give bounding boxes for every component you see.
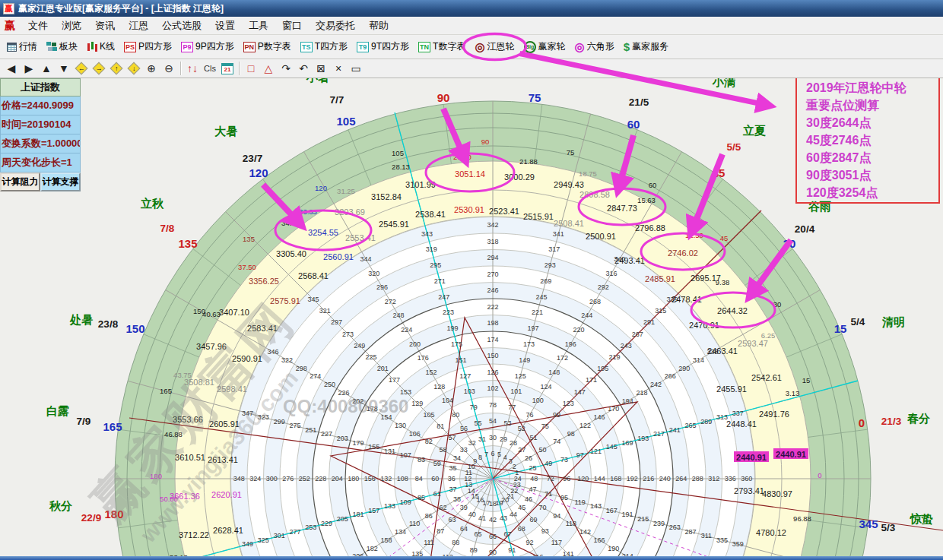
svg-text:49: 49 [545, 460, 552, 467]
svg-text:203: 203 [337, 435, 348, 442]
svg-text:45: 45 [713, 166, 726, 179]
price-scale-button[interactable]: ↑↓ [184, 61, 201, 77]
toolbar-item-winner-wheel[interactable]: Big赢家轮 [520, 37, 570, 56]
svg-text:15: 15 [834, 322, 847, 335]
svg-text:246: 246 [487, 286, 498, 294]
menu-item-news[interactable]: 资讯 [88, 17, 122, 34]
svg-text:249: 249 [354, 342, 365, 350]
p-square-icon: PS [124, 42, 136, 52]
toolbar-item-sectors[interactable]: 板块 [43, 37, 81, 56]
svg-text:287: 287 [685, 528, 697, 536]
svg-text:2455.91: 2455.91 [716, 384, 747, 394]
svg-text:324: 324 [249, 475, 261, 482]
svg-text:155: 155 [368, 443, 379, 451]
svg-text:97: 97 [576, 451, 584, 459]
svg-text:175: 175 [451, 340, 462, 348]
svg-text:223: 223 [443, 308, 454, 316]
svg-text:58: 58 [439, 446, 446, 454]
svg-text:39: 39 [460, 504, 468, 511]
svg-text:82: 82 [425, 438, 433, 445]
nav-back-button[interactable]: ◀ [3, 61, 20, 77]
svg-text:151: 151 [456, 356, 467, 364]
toolbar-item-t-square[interactable]: TST四方形 [297, 37, 351, 56]
menu-item-tools[interactable]: 工具 [242, 17, 275, 34]
svg-text:96.88: 96.88 [793, 514, 811, 523]
svg-text:69: 69 [530, 516, 538, 524]
svg-text:24: 24 [514, 475, 522, 482]
toolbar-item-p-square[interactable]: PSP四方形 [120, 37, 176, 56]
svg-text:3356.25: 3356.25 [249, 277, 279, 286]
svg-text:75: 75 [567, 148, 575, 157]
menu-item-browse[interactable]: 浏览 [55, 17, 88, 34]
svg-text:348: 348 [233, 475, 245, 482]
rect-tool-button[interactable]: □ [243, 61, 259, 77]
annotation-box: 2019年江恩轮中轮 重要点位测算 30度2644点 45度2746点 60度2… [795, 67, 940, 204]
delete-box-button[interactable]: ⊠ [313, 61, 329, 77]
toolbar-item-gann-wheel[interactable]: ◎江恩轮 [471, 37, 518, 56]
rotate-cw-button[interactable]: ↷ [278, 61, 294, 77]
toolbar-item-quotes[interactable]: 行情 [3, 37, 41, 56]
svg-text:128: 128 [433, 383, 445, 391]
calc-support-button[interactable]: 计算支撑 [40, 172, 81, 191]
svg-text:3: 3 [509, 457, 513, 465]
9p-square-icon: P9 [181, 42, 193, 52]
svg-text:2545.91: 2545.91 [379, 220, 409, 229]
toolbar-item-hexagon[interactable]: ◎六角形 [571, 37, 618, 56]
zoom-out-button[interactable]: ⊖ [160, 61, 177, 77]
nav-up-button[interactable]: ▲ [38, 61, 55, 77]
brand-icon: 赢 [0, 19, 21, 33]
svg-text:75: 75 [529, 91, 541, 104]
toolbar-item-t-table[interactable]: TNT数字表 [414, 37, 469, 56]
window-bottom-edge [0, 556, 943, 560]
svg-text:90: 90 [489, 549, 497, 556]
svg-text:2746.02: 2746.02 [668, 248, 698, 258]
svg-text:60: 60 [627, 118, 640, 131]
menu-item-help[interactable]: 帮助 [362, 17, 395, 34]
rotate-ccw-button[interactable]: ↶ [295, 61, 312, 77]
move-right-button[interactable]: → [90, 61, 107, 77]
toolbar-item-kline[interactable]: K线 [83, 37, 119, 56]
svg-text:99: 99 [553, 411, 560, 419]
svg-text:71: 71 [545, 490, 552, 498]
sectors-icon [46, 42, 57, 52]
drawing-toolbar: ◀▶▲▼←→↑↓⊕⊖↑↓Cls21□△↷↶⊠×▭ [0, 59, 943, 78]
nav-forward-button[interactable]: ▶ [21, 61, 37, 77]
calc-resistance-button[interactable]: 计算阻力 [0, 172, 40, 191]
calendar-button[interactable]: 21 [219, 61, 236, 77]
cls-button[interactable]: Cls [202, 61, 218, 77]
svg-text:96: 96 [563, 475, 570, 482]
svg-text:48: 48 [530, 475, 538, 482]
svg-text:218: 218 [636, 389, 647, 397]
svg-text:26: 26 [525, 454, 532, 462]
svg-text:3305.40: 3305.40 [276, 249, 306, 258]
menu-item-window[interactable]: 窗口 [275, 17, 309, 34]
nav-down-button[interactable]: ▼ [56, 61, 72, 77]
svg-text:245: 245 [536, 293, 548, 301]
svg-text:2530.91: 2530.91 [454, 205, 484, 214]
select-tool-button[interactable]: ▭ [348, 61, 364, 77]
watermark-qq: QQ:400800360 [283, 396, 408, 416]
toolbar-item-9p-square[interactable]: P99P四方形 [177, 37, 238, 56]
move-left-button[interactable]: ← [73, 61, 90, 77]
menu-item-gann[interactable]: 江恩 [122, 17, 155, 34]
svg-text:4780.12: 4780.12 [756, 528, 786, 537]
zoom-in-button[interactable]: ⊕ [143, 61, 160, 77]
move-down-button[interactable]: ↓ [125, 61, 142, 77]
svg-text:119: 119 [575, 498, 586, 506]
menu-item-file[interactable]: 文件 [21, 17, 55, 34]
toolbar-item-9t-square[interactable]: T99T四方形 [353, 37, 413, 56]
toolbar-item-p-table[interactable]: PNP数字表 [240, 37, 295, 56]
svg-text:2485.91: 2485.91 [645, 274, 675, 283]
shrink-button[interactable]: × [330, 61, 347, 77]
triangle-tool-button[interactable]: △ [260, 61, 277, 77]
menu-item-formula-select[interactable]: 公式选股 [155, 17, 208, 34]
panel-value-row: 变换系数=1.00000 [0, 134, 81, 153]
menu-item-settings[interactable]: 设置 [208, 17, 242, 34]
menu-item-trade[interactable]: 交易委托 [309, 17, 362, 34]
svg-text:215: 215 [637, 515, 649, 523]
svg-text:170: 170 [608, 405, 619, 413]
svg-text:288: 288 [692, 475, 703, 482]
move-up-button[interactable]: ↑ [108, 61, 125, 77]
annotation-line: 重要点位测算 [806, 96, 934, 114]
toolbar-item-winner-service[interactable]: $赢家服务 [620, 37, 672, 56]
